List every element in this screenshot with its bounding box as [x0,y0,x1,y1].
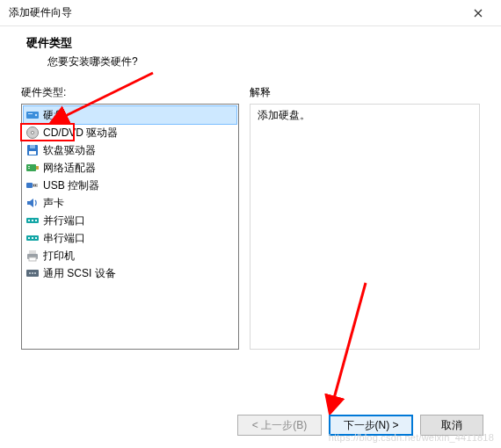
svg-rect-25 [29,250,36,254]
page-subheading: 您要安装哪类硬件? [26,54,483,69]
hardware-type-label: 硬件类型: [21,85,239,100]
port-icon [25,213,40,228]
list-item[interactable]: 通用 SCSI 设备 [24,264,236,282]
svg-rect-7 [29,151,36,155]
close-button[interactable] [461,1,496,25]
svg-rect-6 [30,145,35,148]
sound-icon [25,196,40,210]
svg-rect-22 [32,237,33,239]
list-item[interactable]: 声卡 [24,194,236,212]
back-button[interactable]: < 上一步(B) [237,415,322,436]
wizard-header: 硬件类型 您要安装哪类硬件? [0,26,501,85]
explanation-box: 添加硬盘。 [250,104,480,350]
port-icon [25,231,40,245]
scsi-icon [25,266,40,280]
svg-rect-15 [35,184,36,186]
page-heading: 硬件类型 [26,35,483,51]
hdd-icon [25,108,40,122]
list-item[interactable]: CD/DVD 驱动器 [24,124,236,141]
list-item[interactable]: 硬盘 [24,106,236,124]
wizard-body: 硬件类型: 硬盘CD/DVD 驱动器软盘驱动器网络适配器USB 控制器声卡并行端… [0,85,501,350]
list-item[interactable]: 软盘驱动器 [24,141,236,159]
list-item-label: 网络适配器 [43,160,96,176]
list-item[interactable]: 网络适配器 [24,159,236,177]
svg-rect-11 [28,168,30,169]
svg-rect-9 [36,166,39,170]
svg-point-1 [35,114,37,116]
list-item-label: 硬盘 [43,107,64,123]
svg-rect-8 [26,164,36,171]
watermark-text: https://blog.csdn.net/weixin_4411818 [329,432,494,443]
svg-rect-14 [33,184,34,186]
svg-rect-23 [35,237,37,239]
svg-rect-18 [32,220,33,221]
floppy-icon [25,143,40,157]
list-item-label: 软盘驱动器 [43,142,96,158]
usb-icon [25,178,40,192]
list-item-label: 打印机 [43,248,75,264]
svg-point-4 [31,131,33,134]
nic-icon [25,161,40,175]
hardware-type-section: 硬件类型: 硬盘CD/DVD 驱动器软盘驱动器网络适配器USB 控制器声卡并行端… [21,85,239,350]
explanation-label: 解释 [250,85,480,100]
list-item-label: 声卡 [43,195,64,211]
svg-rect-17 [28,220,30,221]
printer-icon [25,249,40,263]
list-item-label: 串行端口 [43,230,85,246]
list-item-label: USB 控制器 [43,177,99,193]
explanation-section: 解释 添加硬盘。 [250,85,480,350]
titlebar: 添加硬件向导 [0,0,501,26]
list-item[interactable]: USB 控制器 [24,177,236,194]
svg-rect-10 [28,166,30,167]
list-item-label: CD/DVD 驱动器 [43,125,118,141]
svg-point-30 [34,272,36,274]
disc-icon [25,126,40,140]
list-item[interactable]: 打印机 [24,247,236,264]
list-item-label: 通用 SCSI 设备 [43,265,116,281]
list-item-label: 并行端口 [43,213,85,228]
svg-rect-19 [35,220,37,221]
svg-rect-12 [26,183,33,188]
list-item[interactable]: 串行端口 [24,229,236,247]
list-item[interactable]: 并行端口 [24,212,236,229]
window-title: 添加硬件向导 [9,5,72,20]
close-icon [474,6,483,20]
svg-point-29 [32,272,33,274]
svg-rect-21 [28,237,30,239]
svg-rect-26 [29,257,36,261]
svg-rect-2 [28,113,33,114]
svg-point-28 [29,272,31,274]
hardware-type-list[interactable]: 硬盘CD/DVD 驱动器软盘驱动器网络适配器USB 控制器声卡并行端口串行端口打… [21,104,239,350]
explanation-text: 添加硬盘。 [258,109,310,121]
